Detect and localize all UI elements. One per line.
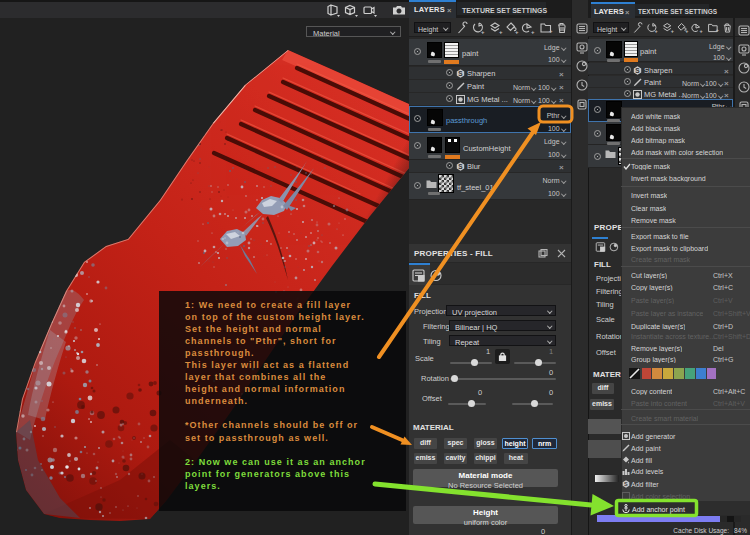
svg-text:S: S [624,481,628,487]
svg-text:+: + [515,29,519,35]
svg-text:S: S [635,67,640,74]
svg-text:S: S [458,70,463,77]
svg-text:+: + [549,28,553,34]
svg-text:+: + [655,28,658,34]
svg-text:+: + [671,28,674,34]
svg-text:+: + [700,28,703,34]
svg-text:+: + [499,29,503,35]
svg-text:+: + [481,29,485,35]
svg-text:+: + [531,29,535,35]
svg-text:+: + [716,27,719,33]
svg-text:+: + [685,28,688,34]
svg-text:S: S [458,163,463,170]
